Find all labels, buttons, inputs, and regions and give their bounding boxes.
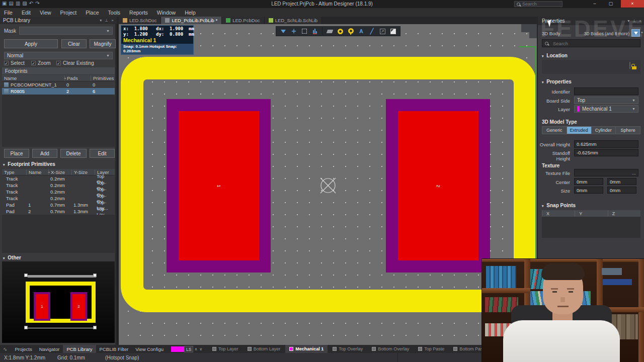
col-z[interactable]: Z bbox=[608, 210, 640, 217]
system-icon[interactable]: ∿ bbox=[3, 346, 7, 352]
panel-pin-icon[interactable]: ⊥ bbox=[632, 19, 636, 23]
menu-place[interactable]: Place bbox=[86, 10, 99, 16]
clear-button[interactable]: Clear bbox=[61, 39, 87, 48]
layer-down-icon[interactable]: ∨ bbox=[199, 347, 202, 351]
selection-handle[interactable] bbox=[93, 326, 97, 329]
snap-points-section-header[interactable]: ▾ Snap Points bbox=[542, 203, 576, 208]
scope-dropdown-icon[interactable]: ▼ bbox=[640, 31, 643, 34]
model-type-generic[interactable]: Generic bbox=[542, 126, 567, 134]
layer-up-icon[interactable]: ∧ bbox=[194, 347, 197, 351]
add-button[interactable]: Add bbox=[32, 149, 57, 158]
properties-section-header[interactable]: ▾ Properties bbox=[542, 79, 572, 84]
col-name[interactable]: Name bbox=[26, 169, 45, 175]
layer-combo[interactable]: Mechanical 1 ▼ bbox=[574, 105, 638, 113]
menu-file[interactable]: File bbox=[4, 10, 13, 16]
line-tool-icon[interactable]: ╱ bbox=[368, 28, 375, 35]
eraser-tool-icon[interactable] bbox=[326, 28, 333, 35]
text-tool-icon[interactable]: A bbox=[358, 28, 365, 35]
dimension-tool-icon[interactable]: ↗ bbox=[379, 28, 386, 35]
move-tool-icon[interactable]: ✛ bbox=[290, 28, 297, 35]
layer-tab-top-overlay[interactable]: Top Overlay bbox=[329, 345, 367, 353]
layer-tab-top-paste[interactable]: Top Paste bbox=[414, 345, 448, 353]
properties-search[interactable] bbox=[542, 39, 640, 47]
standoff-height-input[interactable] bbox=[574, 149, 638, 156]
col-primitives[interactable]: Primitives bbox=[91, 75, 115, 81]
layer-tab-bottom-layer[interactable]: Bottom Layer bbox=[244, 345, 285, 353]
panel-tab-pcblib-filter[interactable]: PCBLIB Filter bbox=[96, 345, 132, 353]
identifier-input[interactable] bbox=[574, 87, 638, 95]
select-area-icon[interactable] bbox=[301, 28, 308, 35]
layer-tab-bottom-overlay[interactable]: Bottom Overlay bbox=[368, 345, 413, 353]
menu-view[interactable]: View bbox=[40, 10, 51, 16]
pad-tool-icon[interactable] bbox=[337, 28, 344, 35]
mode-combo[interactable]: Normal ▼ bbox=[4, 52, 113, 59]
tab-led-schlib[interactable]: LED_SchLib.SchLib bbox=[265, 17, 323, 24]
panel-pin-icon[interactable]: ⊥ bbox=[105, 18, 108, 23]
texture-file-input[interactable]: ... bbox=[574, 169, 638, 176]
panel-tab-projects[interactable]: Projects bbox=[11, 345, 35, 353]
col-x[interactable]: X bbox=[542, 210, 575, 217]
edit-button[interactable]: Edit bbox=[90, 149, 115, 158]
fill-tool-icon[interactable] bbox=[389, 28, 396, 35]
delete-button[interactable]: Delete bbox=[60, 149, 87, 158]
other-section-header[interactable]: ▾ Other bbox=[3, 255, 21, 260]
tab-led-schdoc[interactable]: LED.SchDoc bbox=[119, 17, 161, 24]
pad-2[interactable]: 2 bbox=[386, 99, 490, 273]
panel-close-icon[interactable]: × bbox=[639, 19, 641, 23]
menu-edit[interactable]: Edit bbox=[22, 10, 31, 16]
place-button[interactable]: Place bbox=[4, 149, 29, 158]
select-checkbox[interactable]: ✓Select bbox=[4, 60, 25, 66]
menu-window[interactable]: Window bbox=[157, 10, 176, 16]
grid-tool-icon[interactable] bbox=[311, 28, 318, 35]
size-x-input[interactable] bbox=[574, 187, 603, 194]
col-ysize[interactable]: Y-Size bbox=[71, 169, 95, 175]
scope-filter-button[interactable] bbox=[631, 29, 640, 37]
menu-reports[interactable]: Reports bbox=[129, 10, 148, 16]
filter-tool-icon[interactable] bbox=[280, 28, 287, 35]
model-type-cylinder[interactable]: Cylinder bbox=[592, 126, 616, 134]
apply-button[interactable]: Apply bbox=[4, 39, 58, 48]
layer-tab-mechanical-1[interactable]: Mechanical 1 bbox=[285, 345, 328, 353]
global-search[interactable] bbox=[514, 1, 562, 7]
restore-button[interactable]: ▢ bbox=[604, 0, 618, 8]
pad-1[interactable]: 1 bbox=[167, 99, 271, 273]
menu-tools[interactable]: Tools bbox=[108, 10, 121, 16]
panel-tab-view-config[interactable]: View Configu bbox=[132, 345, 167, 353]
minimize-button[interactable]: – bbox=[588, 0, 602, 8]
model-type-extruded[interactable]: Extruded bbox=[567, 126, 592, 134]
location-section-header[interactable]: ▾ Location bbox=[542, 53, 568, 58]
lock-button[interactable] bbox=[629, 62, 630, 69]
panel-dropdown-icon[interactable]: ▾ bbox=[627, 19, 629, 23]
col-pads[interactable]: Pads bbox=[64, 75, 91, 81]
tab-led-pcblib[interactable]: LED_PcbLib.PcbLib * bbox=[161, 17, 222, 24]
menu-help[interactable]: Help bbox=[185, 10, 196, 16]
footprint-primitives-section-header[interactable]: ▾ Footprint Primitives bbox=[3, 161, 55, 167]
model-type-sphere[interactable]: Sphere bbox=[616, 126, 640, 134]
via-tool-icon[interactable] bbox=[347, 28, 354, 35]
current-layer-chip[interactable]: LS bbox=[171, 346, 193, 352]
center-x-input[interactable] bbox=[574, 178, 603, 185]
footprint-row-r0805[interactable]: R0805 2 6 bbox=[2, 88, 115, 95]
selection-handle[interactable] bbox=[24, 326, 28, 329]
layer-tab-top-layer[interactable]: Top Layer bbox=[208, 345, 243, 353]
center-y-input[interactable] bbox=[607, 178, 636, 185]
pcb-editor-canvas[interactable]: 1 2 x: 1.800 dx: 1.900 mm y: 1.200 dy: 0… bbox=[119, 24, 537, 345]
size-y-input[interactable] bbox=[607, 187, 636, 194]
close-button[interactable]: × bbox=[621, 0, 644, 8]
overall-height-input[interactable] bbox=[574, 140, 638, 148]
browse-dots-button[interactable]: ... bbox=[632, 170, 636, 175]
mask-combo[interactable]: ▼ bbox=[19, 27, 113, 35]
selection-handle[interactable] bbox=[93, 274, 97, 277]
clear-existing-checkbox[interactable]: ✓Clear Existing bbox=[56, 60, 94, 66]
panel-tab-navigator[interactable]: Navigator bbox=[36, 345, 63, 353]
panel-tab-pcb-library[interactable]: PCB Library bbox=[63, 345, 96, 353]
panel-dropdown-icon[interactable]: ▾ bbox=[100, 18, 102, 23]
global-search-input[interactable] bbox=[522, 2, 557, 7]
magnify-button[interactable]: Magnify bbox=[90, 39, 116, 48]
col-y[interactable]: Y bbox=[575, 210, 607, 217]
col-name[interactable]: Name bbox=[2, 75, 61, 81]
col-type[interactable]: Type bbox=[2, 169, 26, 175]
board-side-combo[interactable]: Top ▼ bbox=[574, 97, 638, 104]
selection-handle[interactable] bbox=[24, 274, 28, 277]
properties-search-input[interactable] bbox=[551, 41, 626, 46]
